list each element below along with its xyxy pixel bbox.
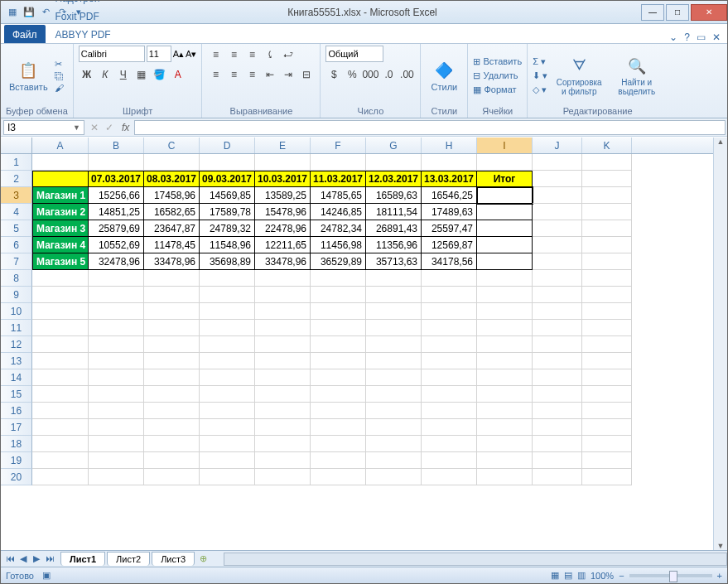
cell-B20[interactable] [89,469,144,485]
cell-B1[interactable] [89,154,144,171]
cell-J8[interactable] [533,270,582,287]
cell-D6[interactable]: 11548,96 [200,237,255,253]
cell-K14[interactable] [582,369,632,386]
cell-H18[interactable] [422,436,477,452]
cell-G15[interactable] [366,386,422,403]
cell-G6[interactable]: 11356,96 [366,237,422,253]
minimize-ribbon-icon[interactable]: ⌄ [669,31,677,43]
cell-C7[interactable]: 33478,96 [144,253,200,270]
cell-J13[interactable] [533,353,582,369]
cell-G17[interactable] [366,419,422,436]
cell-E6[interactable]: 12211,65 [255,237,311,253]
cell-G2[interactable]: 12.03.2017 [366,171,422,187]
cell-B8[interactable] [89,270,144,287]
cell-H2[interactable]: 13.03.2017 [422,171,477,187]
cell-K17[interactable] [582,419,632,436]
cell-F3[interactable]: 14785,65 [311,187,366,204]
row-header-2[interactable]: 2 [1,171,32,187]
cell-A9[interactable] [32,287,89,303]
cell-G8[interactable] [366,270,422,287]
cell-K2[interactable] [582,171,632,187]
col-header-F[interactable]: F [311,138,366,153]
col-header-G[interactable]: G [366,138,422,153]
view-pagebreak-icon[interactable]: ▥ [577,570,586,581]
comma-icon[interactable]: 000 [362,67,378,82]
window-close-icon[interactable]: ✕ [712,31,721,43]
increase-indent-icon[interactable]: ⇥ [280,67,297,82]
cell-E16[interactable] [255,403,311,419]
cell-I1[interactable] [477,154,533,171]
cell-J3[interactable] [533,187,582,204]
cell-B11[interactable] [89,320,144,336]
cell-H9[interactable] [422,287,477,303]
cell-J10[interactable] [533,303,582,320]
cell-A5[interactable]: Магазин 3 [32,220,89,237]
cell-I19[interactable] [477,452,533,469]
cell-G14[interactable] [366,369,422,386]
cell-F8[interactable] [311,270,366,287]
cell-G4[interactable]: 18111,54 [366,204,422,220]
cell-K1[interactable] [582,154,632,171]
align-center-icon[interactable]: ≡ [225,67,242,82]
cell-J2[interactable] [533,171,582,187]
cell-G20[interactable] [366,469,422,485]
cell-I4[interactable] [477,204,533,220]
cell-D3[interactable]: 14569,85 [200,187,255,204]
find-select-button[interactable]: 🔍 Найти и выделить [610,55,663,98]
cell-D5[interactable]: 24789,32 [200,220,255,237]
cell-E10[interactable] [255,303,311,320]
cell-E12[interactable] [255,336,311,353]
cell-D17[interactable] [200,419,255,436]
horizontal-scrollbar[interactable] [224,553,727,566]
zoom-out-icon[interactable]: − [619,571,624,581]
cell-F11[interactable] [311,320,366,336]
shrink-font-icon[interactable]: A▾ [186,49,196,60]
col-header-A[interactable]: A [32,138,89,153]
cell-J15[interactable] [533,386,582,403]
cell-G11[interactable] [366,320,422,336]
sheet-tab-Лист3[interactable]: Лист3 [152,552,195,566]
cell-J19[interactable] [533,452,582,469]
cell-A18[interactable] [32,436,89,452]
row-header-11[interactable]: 11 [1,320,32,336]
cell-A10[interactable] [32,303,89,320]
cell-I18[interactable] [477,436,533,452]
cell-K15[interactable] [582,386,632,403]
cell-C13[interactable] [144,353,200,369]
cell-A1[interactable] [32,154,89,171]
cell-C19[interactable] [144,452,200,469]
cell-G19[interactable] [366,452,422,469]
row-header-6[interactable]: 6 [1,237,32,253]
cell-C17[interactable] [144,419,200,436]
increase-decimal-icon[interactable]: .0 [380,67,397,82]
cell-J7[interactable] [533,253,582,270]
cell-D20[interactable] [200,469,255,485]
fill-icon[interactable]: ⬇ ▾ [533,70,547,81]
underline-button[interactable]: Ч [115,67,132,82]
cell-F14[interactable] [311,369,366,386]
cell-F10[interactable] [311,303,366,320]
cell-H13[interactable] [422,353,477,369]
row-header-1[interactable]: 1 [1,154,32,171]
cell-I12[interactable] [477,336,533,353]
cell-C3[interactable]: 17458,96 [144,187,200,204]
cell-H19[interactable] [422,452,477,469]
cell-B6[interactable]: 10552,69 [89,237,144,253]
cell-H14[interactable] [422,369,477,386]
cell-G5[interactable]: 26891,43 [366,220,422,237]
cell-G12[interactable] [366,336,422,353]
row-header-12[interactable]: 12 [1,336,32,353]
cell-A2[interactable] [32,171,89,187]
formula-input[interactable] [134,120,726,135]
sheet-first-icon[interactable]: ⏮ [4,553,16,564]
cell-K12[interactable] [582,336,632,353]
cell-I11[interactable] [477,320,533,336]
cell-B13[interactable] [89,353,144,369]
cell-J14[interactable] [533,369,582,386]
cell-H7[interactable]: 34178,56 [422,253,477,270]
maximize-button[interactable]: □ [666,4,689,21]
wrap-text-icon[interactable]: ⮐ [280,47,297,62]
cell-B7[interactable]: 32478,96 [89,253,144,270]
cell-I3[interactable] [477,187,533,204]
cell-F20[interactable] [311,469,366,485]
